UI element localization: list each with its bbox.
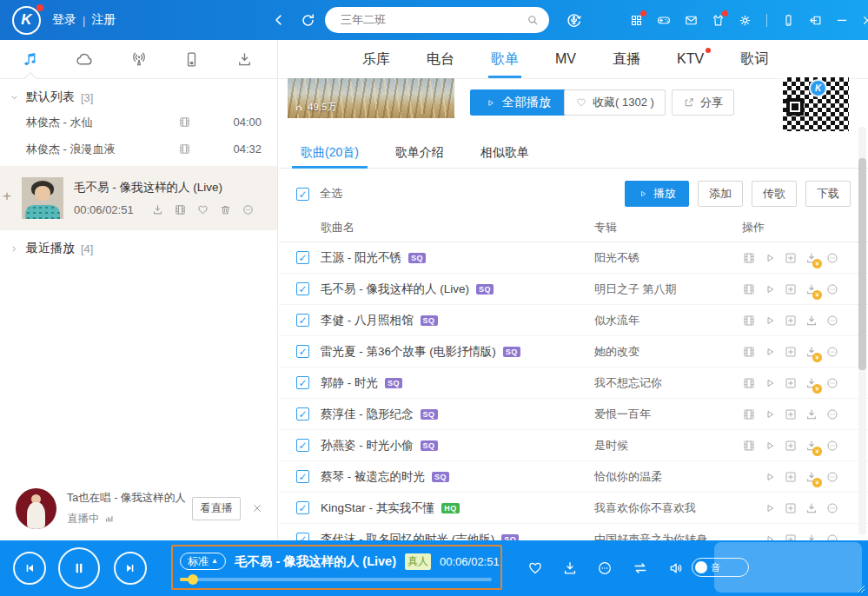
play-icon[interactable] — [763, 345, 777, 359]
watch-live-button[interactable]: 看直播 — [192, 497, 241, 520]
more-icon[interactable] — [596, 560, 613, 577]
play-selected-button[interactable]: 播放 — [625, 181, 689, 207]
sidebar-tab-device-icon[interactable] — [182, 50, 201, 69]
favorite-button[interactable]: 收藏( 1302 ) — [564, 89, 666, 116]
mv-icon[interactable] — [742, 376, 756, 390]
download-icon[interactable]: ¥ — [805, 470, 818, 484]
song-title[interactable]: 蔡淳佳 - 隐形纪念 — [321, 407, 414, 422]
song-title[interactable]: 王源 - 阳光不锈 — [321, 250, 401, 266]
add-icon[interactable] — [784, 345, 798, 359]
mv-icon[interactable] — [742, 345, 756, 359]
volume-icon[interactable] — [667, 560, 686, 577]
add-icon[interactable] — [784, 439, 798, 453]
row-checkbox[interactable]: ✓ — [296, 282, 309, 295]
more-icon[interactable] — [825, 282, 839, 296]
progress-thumb[interactable] — [188, 574, 198, 585]
search-input[interactable] — [339, 13, 526, 28]
add-icon[interactable] — [784, 407, 798, 421]
previous-button[interactable] — [13, 552, 46, 585]
sidebar-song-row[interactable]: 林俊杰 - 浪漫血液 04:32 — [0, 136, 277, 162]
settings-icon[interactable] — [738, 13, 752, 28]
sidebar-song-row[interactable]: 林俊杰 - 水仙 04:00 — [0, 109, 277, 136]
row-checkbox[interactable]: ✓ — [296, 345, 309, 358]
album-name[interactable]: 阳光不锈 — [594, 250, 742, 266]
resize-grip[interactable] — [855, 583, 865, 593]
recent-list-header[interactable]: 最近播放 [4] — [0, 237, 277, 260]
login-link[interactable]: 登录 — [52, 12, 76, 28]
download-icon[interactable]: ¥ — [805, 282, 818, 296]
default-list-header[interactable]: 默认列表 [3] — [0, 86, 277, 109]
sidebar-tab-download-icon[interactable] — [235, 50, 254, 69]
download-icon[interactable] — [561, 560, 579, 577]
more-icon[interactable] — [242, 203, 255, 216]
skin-icon[interactable] — [711, 13, 726, 28]
table-row[interactable]: ✓ 蔡淳佳 - 隐形纪念 SQ 爱恨一百年 — [279, 399, 868, 430]
add-selected-button[interactable]: 添加 — [698, 181, 743, 207]
scrollbar-track[interactable] — [858, 127, 866, 535]
mini-mode-icon[interactable] — [808, 13, 823, 28]
favorite-icon[interactable] — [527, 560, 544, 577]
row-checkbox[interactable]: ✓ — [296, 407, 309, 421]
more-icon[interactable] — [825, 345, 839, 359]
more-icon[interactable] — [825, 501, 839, 515]
table-row[interactable]: ✓ 蔡琴 - 被遗忘的时光 SQ 恰似你的温柔 ¥ — [279, 461, 868, 493]
player-song-title[interactable]: 毛不易 - 像我这样的人 (Live) — [235, 553, 396, 570]
download-icon[interactable] — [805, 407, 818, 421]
sidebar-tab-local-music-icon[interactable] — [21, 50, 40, 69]
table-row[interactable]: ✓ 郭静 - 时光 SQ 我不想忘记你 ¥ — [279, 368, 868, 399]
download-icon[interactable]: ¥ — [805, 251, 818, 265]
download-icon[interactable]: ¥ — [805, 345, 818, 359]
mv-icon[interactable] — [174, 203, 187, 216]
nav-tab[interactable]: 乐库 — [362, 40, 390, 78]
back-icon[interactable] — [271, 12, 287, 28]
play-all-button[interactable]: 全部播放 — [470, 89, 566, 116]
play-icon[interactable] — [763, 501, 777, 515]
song-title[interactable]: 蔡琴 - 被遗忘的时光 — [321, 469, 425, 485]
album-name[interactable]: 明日之子 第八期 — [594, 281, 742, 297]
row-checkbox[interactable]: ✓ — [296, 251, 309, 264]
song-title[interactable]: 孙燕姿 - 时光小偷 — [321, 438, 414, 454]
album-name[interactable]: 爱恨一百年 — [594, 407, 742, 422]
mv-icon[interactable] — [742, 282, 756, 296]
play-icon[interactable] — [763, 376, 777, 390]
song-title[interactable]: 郭静 - 时光 — [321, 375, 378, 391]
album-name[interactable]: 我喜欢你你不喜欢我 — [594, 500, 742, 516]
download-icon[interactable]: ¥ — [805, 376, 818, 390]
select-all-checkbox[interactable]: ✓ — [296, 188, 309, 201]
song-title[interactable]: 李健 - 八月照相馆 — [321, 313, 414, 328]
table-row[interactable]: ✓ 毛不易 - 像我这样的人 (Live) SQ 明日之子 第八期 ¥ — [279, 274, 868, 305]
row-checkbox[interactable]: ✓ — [296, 501, 309, 514]
pause-button[interactable] — [58, 547, 100, 589]
mv-icon[interactable] — [742, 251, 756, 265]
play-icon[interactable] — [763, 407, 777, 421]
more-icon[interactable] — [825, 470, 839, 484]
live-streamer-avatar[interactable] — [16, 488, 56, 529]
sidebar-tab-radio-icon[interactable] — [129, 50, 149, 69]
nav-tab[interactable]: 直播 — [613, 40, 640, 78]
live-person-badge[interactable]: 真人 — [405, 553, 431, 570]
play-icon[interactable] — [763, 282, 777, 296]
album-name[interactable]: 似水流年 — [594, 313, 742, 328]
refresh-icon[interactable] — [300, 12, 316, 29]
download-selected-button[interactable]: 下载 — [805, 181, 851, 207]
row-checkbox[interactable]: ✓ — [296, 439, 309, 452]
download-icon[interactable]: ¥ — [805, 439, 818, 453]
table-row[interactable]: ✓ 雷光夏 - 第36个故事 (电影抒情版) SQ 她的改变 ¥ — [279, 336, 868, 368]
row-checkbox[interactable]: ✓ — [296, 376, 309, 389]
add-icon[interactable] — [784, 314, 798, 328]
nav-tab[interactable]: 电台 — [427, 40, 454, 78]
transfer-button[interactable]: 传歌 — [752, 181, 797, 207]
table-row[interactable]: ✓ KingStar - 其实我不懂 HQ 我喜欢你你不喜欢我 — [279, 493, 868, 524]
register-link[interactable]: 注册 — [91, 12, 116, 28]
play-icon[interactable] — [763, 470, 777, 484]
add-icon[interactable] — [784, 251, 798, 265]
download-icon[interactable] — [805, 501, 818, 515]
table-row[interactable]: ✓ 孙燕姿 - 时光小偷 SQ 是时候 ¥ — [279, 430, 868, 461]
download-icon[interactable] — [151, 203, 164, 216]
mv-icon[interactable] — [742, 439, 756, 453]
more-icon[interactable] — [825, 407, 839, 421]
nav-tab[interactable]: 歌词 — [740, 40, 768, 78]
album-name[interactable]: 恰似你的温柔 — [594, 469, 742, 485]
scrollbar-thumb[interactable] — [858, 158, 866, 370]
play-icon[interactable] — [763, 314, 777, 328]
